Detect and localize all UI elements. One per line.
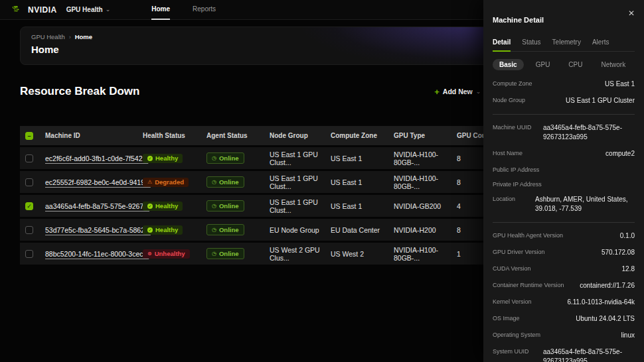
drawer-title: Machine Detail (493, 16, 544, 24)
gpu-type-cell: NVIDIA-H100-80GB-... (394, 246, 457, 262)
tab-alerts[interactable]: Alerts (592, 34, 609, 52)
machine-id-link[interactable]: aa3465a4-fefb-8a75-575e-9267... (45, 202, 149, 210)
nav-tab-home[interactable]: Home (151, 0, 170, 20)
compute-zone-cell: US East 1 (331, 154, 394, 162)
node-group-cell: US West 2 GPU Clus... (270, 246, 331, 262)
machine-id-link[interactable]: 88bc5200-14fc-11ec-8000-3cec... (45, 250, 149, 258)
breadcrumb-parent[interactable]: GPU Health (31, 33, 65, 40)
health-status-badge: ⊗Unhealthy (143, 249, 190, 259)
nvidia-brand: NVIDIA (12, 5, 57, 15)
agent-status-badge: ◷Online (206, 152, 244, 164)
col-compute-zone: Compute Zone (331, 132, 394, 139)
subtab-gpu[interactable]: GPU (529, 59, 557, 70)
gpu-type-cell: NVIDIA-H100-80GB-... (394, 174, 457, 190)
cross-circle-icon: ⊗ (147, 251, 152, 257)
field-private-ip: Private IP Address (493, 180, 635, 188)
detail-fields: Compute Zone US East 1 Node Group US Eas… (493, 80, 635, 362)
field-os-image: OS Image Ubuntu 24.04.2 LTS (493, 314, 635, 324)
row-checkbox[interactable] (25, 178, 33, 186)
close-icon[interactable]: ✕ (628, 9, 635, 17)
app-switcher[interactable]: GPU Health ⌄ (66, 6, 111, 13)
field-container-runtime: Container Runtime Version containerd://1… (493, 281, 635, 290)
chevron-down-icon: ⌄ (476, 89, 481, 95)
row-checkbox[interactable] (25, 226, 33, 234)
node-group-cell: US East 1 GPU Clust... (270, 198, 331, 214)
row-checkbox[interactable] (25, 154, 33, 162)
field-host-name: Host Name compute2 (493, 149, 635, 158)
col-gpu-type: GPU Type (394, 132, 457, 139)
compute-zone-cell: US West 2 (331, 250, 394, 258)
detail-tabs: Detail Status Telemetry Alerts (493, 34, 635, 52)
row-checkbox[interactable] (25, 250, 33, 258)
add-new-button[interactable]: + Add New ⌄ (434, 88, 481, 96)
compute-zone-cell: US East 1 (331, 202, 394, 210)
field-system-uuid: System UUID aa3465a4-fefb-8a75-575e-9267… (493, 347, 635, 362)
divider (493, 222, 635, 223)
health-status-badge: ✓Healthy (143, 202, 183, 211)
plus-icon: + (434, 88, 440, 96)
subtab-basic[interactable]: Basic (493, 59, 524, 70)
section-title: Resource Break Down (20, 85, 139, 98)
node-group-cell: US East 1 GPU Clust... (270, 174, 331, 190)
subtab-cpu[interactable]: CPU (562, 59, 589, 70)
clock-icon: ◷ (212, 204, 216, 209)
agent-status-badge: ◷Online (206, 176, 244, 188)
field-operating-system: Operating System linux (493, 331, 635, 340)
app-name: GPU Health (66, 6, 103, 13)
agent-status-badge: ◷Online (206, 224, 244, 235)
field-agent-version: GPU Health Agent Version 0.1.0 (493, 231, 635, 241)
gpu-type-cell: NVIDIA-H100-80GB-... (394, 151, 457, 166)
field-machine-uuid: Machine UUID aa3465a4-fefb-8a75-575e-926… (493, 123, 635, 142)
machine-id-link[interactable]: ec2f6c6f-add0-3fb1-c0de-7f542... (45, 154, 148, 162)
nvidia-logo-icon (12, 6, 23, 14)
col-node-group: Node Group (270, 132, 331, 139)
field-node-group: Node Group US East 1 GPU Cluster (493, 96, 635, 105)
compute-zone-cell: US East 1 (331, 178, 394, 186)
col-agent-status: Agent Status (206, 132, 270, 139)
machine-id-link[interactable]: ec25552f-6982-be0c-4e0d-9419... (45, 178, 151, 186)
add-new-label: Add New (443, 88, 473, 95)
drawer-header: Machine Detail ✕ (493, 9, 635, 24)
breadcrumb-separator-icon: › (69, 34, 71, 40)
subtab-disk[interactable]: Disk (637, 59, 644, 70)
detail-subtabs: Basic GPU CPU Network Disk (493, 59, 635, 70)
tab-detail[interactable]: Detail (493, 34, 511, 52)
tab-status[interactable]: Status (522, 34, 540, 52)
check-circle-icon: ✓ (147, 227, 153, 233)
nvidia-wordmark: NVIDIA (28, 5, 57, 15)
node-group-cell: US East 1 GPU Clust... (270, 151, 331, 166)
field-compute-zone: Compute Zone US East 1 (493, 80, 635, 89)
divider (493, 114, 635, 115)
select-all-checkbox[interactable]: – (25, 132, 33, 140)
agent-status-badge: ◷Online (206, 248, 244, 259)
row-checkbox-checked[interactable]: ✓ (25, 202, 33, 210)
agent-status-badge: ◷Online (206, 200, 244, 211)
field-location: Location Ashburn, AMER, United States, 3… (493, 195, 635, 213)
subtab-network[interactable]: Network (594, 59, 632, 70)
nav-tab-reports[interactable]: Reports (193, 0, 216, 20)
field-cuda-version: CUDA Version 12.8 (493, 265, 635, 274)
health-status-badge: ✓Healthy (143, 225, 183, 235)
field-kernel-version: Kernel Version 6.11.0-1013-nvidia-64k (493, 298, 635, 307)
clock-icon: ◷ (212, 251, 216, 257)
machine-id-link[interactable]: 53d77e5c-fba2-5645-bc7a-5862... (45, 226, 151, 234)
node-group-cell: EU Node Group (270, 226, 331, 234)
health-status-badge: ⚠Degraded (143, 178, 189, 188)
check-circle-icon: ✓ (147, 204, 153, 209)
gpu-type-cell: NVIDIA-GB200 (394, 202, 457, 210)
machine-detail-panel: Machine Detail ✕ Detail Status Telemetry… (483, 0, 644, 362)
check-circle-icon: ✓ (147, 156, 153, 161)
col-machine-id: Machine ID (45, 132, 143, 139)
health-status-badge: ✓Healthy (143, 154, 183, 164)
field-driver-version: GPU Driver Version 570.172.08 (493, 248, 635, 257)
chevron-down-icon: ⌄ (106, 7, 111, 13)
col-health-status: Health Status (143, 132, 206, 139)
clock-icon: ◷ (212, 180, 216, 185)
clock-icon: ◷ (212, 156, 216, 161)
tab-telemetry[interactable]: Telemetry (552, 34, 581, 52)
warning-icon: ⚠ (147, 180, 152, 185)
field-public-ip: Public IP Address (493, 166, 635, 173)
nav-links: Home Reports (151, 0, 216, 20)
breadcrumb-current: Home (75, 33, 92, 40)
clock-icon: ◷ (212, 227, 216, 233)
